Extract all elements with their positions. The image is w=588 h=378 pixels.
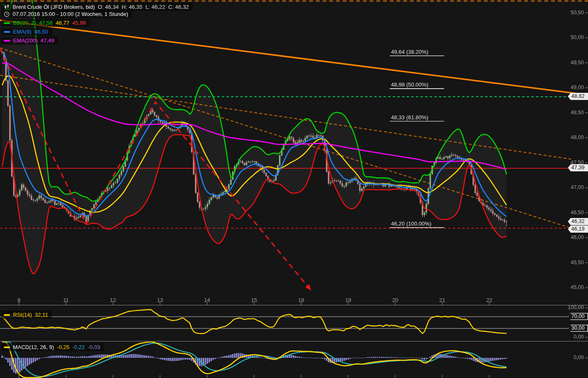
ohlc-values: O: 46,34 H: 46,35 L: 46,22 C: 46,32 — [98, 4, 189, 10]
ema9-value: 46,50 — [34, 29, 48, 35]
rsi-label: RSI(14) — [13, 312, 32, 318]
trend-line-0 — [0, 20, 588, 95]
price-axis-label: 46,00 — [559, 234, 584, 240]
ema9-label: EMA(9) — [13, 29, 32, 35]
ema9-line-icon — [4, 31, 10, 33]
time-axis-label: 20 — [388, 297, 402, 303]
macd-axis-label: 0,00 — [559, 354, 584, 360]
legend-bb-row[interactable]: BB(20, 2) 47,56 46,77 45,99 — [2, 19, 90, 27]
time-axis-label: 12 — [106, 297, 120, 303]
clock-icon — [4, 11, 10, 17]
rsi-line — [2, 310, 507, 333]
price-tag: 46,32 — [568, 218, 588, 225]
price-axis-label: 48,00 — [559, 134, 584, 140]
time-axis-label: 15 — [247, 297, 261, 303]
bb-label: BB(20, 2) — [13, 20, 36, 26]
price-axis-label: 46,50 — [559, 210, 584, 215]
time-axis-label: 13 — [153, 297, 167, 303]
price-axis-label: 49,00 — [559, 84, 584, 90]
legend-macd-row[interactable]: MACD(12, 26, 9) -0,25 -0,22 -0,03 — [2, 343, 104, 351]
fib-retracement-label: 48,98 (50.00%) — [390, 81, 444, 89]
price-axis-label: 45,50 — [559, 260, 584, 265]
rsi-axis-label: 0,00 — [559, 334, 584, 340]
time-axis-label: 8 — [12, 297, 26, 303]
bollinger-fill — [2, 0, 507, 274]
legend-rsi-row[interactable]: RSI(14) 32,11 — [2, 311, 52, 319]
symbol-title: Brent Crude Öl (JFD Brokers, bid) — [13, 4, 95, 10]
time-axis-label: 11 — [59, 297, 73, 303]
price-axis-label: 50,00 — [559, 34, 584, 40]
bb-upper-value: 47,56 — [39, 20, 53, 26]
fib-retracement-label: 46,20 (100.00%) — [390, 220, 444, 228]
macd-value: -0,25 — [57, 344, 70, 350]
price-tag: 30,00 — [568, 325, 588, 332]
price-tag: 48,82 — [568, 93, 588, 100]
chart-canvas[interactable] — [0, 0, 588, 378]
macd-label: MACD(12, 26, 9) — [13, 344, 54, 350]
time-axis-label: 18 — [294, 297, 308, 303]
legend-ema9-row[interactable]: EMA(9) 46,50 — [2, 28, 52, 36]
rsi-pane-layer — [0, 310, 568, 333]
trend-annotation-arrowhead — [305, 284, 311, 291]
time-axis-label: 19 — [341, 297, 355, 303]
fib-retracement-label: 48,33 (61.80%) — [390, 114, 444, 121]
bb-middle-value: 46,77 — [55, 20, 69, 26]
legend-ema200-row[interactable]: EMA(200) 47,49 — [2, 37, 58, 45]
fib-retracement-label: 49,64 (38.20%) — [390, 49, 444, 56]
price-axis-label: 47,00 — [559, 184, 584, 190]
legend-period-row[interactable]: 07.07.2016 15:00 - 10:00 (2 Wochen, 1 St… — [2, 10, 132, 18]
price-axis-label: 50,50 — [559, 10, 584, 16]
time-axis-label: 14 — [200, 297, 214, 303]
time-axis-label: 22 — [482, 297, 496, 303]
price-axis-label: 48,50 — [559, 110, 584, 116]
price-axis-label: 45,00 — [559, 284, 584, 290]
price-tag: 70,00 — [568, 313, 588, 320]
bb-lower-value: 45,99 — [72, 20, 86, 26]
macd-line-icon — [4, 346, 10, 348]
ema200-label: EMA(200) — [13, 37, 38, 44]
macd-signal-value: -0,22 — [72, 344, 85, 350]
price-tag: 47,39 — [568, 164, 588, 171]
price-tag: 46,19 — [568, 226, 588, 233]
bb-line-icon — [4, 22, 10, 24]
ema200-line-icon — [4, 40, 10, 42]
time-axis-label: 21 — [435, 297, 449, 303]
rsi-line-icon — [4, 314, 10, 316]
trading-chart-window: 50,5050,0049,5049,0048,5048,0047,5047,00… — [0, 0, 588, 378]
candlestick-chart-icon — [4, 4, 10, 10]
ema200-value: 47,49 — [41, 37, 55, 44]
period-label: 07.07.2016 15:00 - 10:00 (2 Wochen, 1 St… — [13, 11, 128, 17]
rsi-axis-label: 100,00 — [559, 304, 584, 310]
macd-hist-value: -0,03 — [88, 344, 100, 350]
rsi-value: 32,11 — [35, 312, 48, 318]
price-axis-label: 49,50 — [559, 60, 584, 66]
